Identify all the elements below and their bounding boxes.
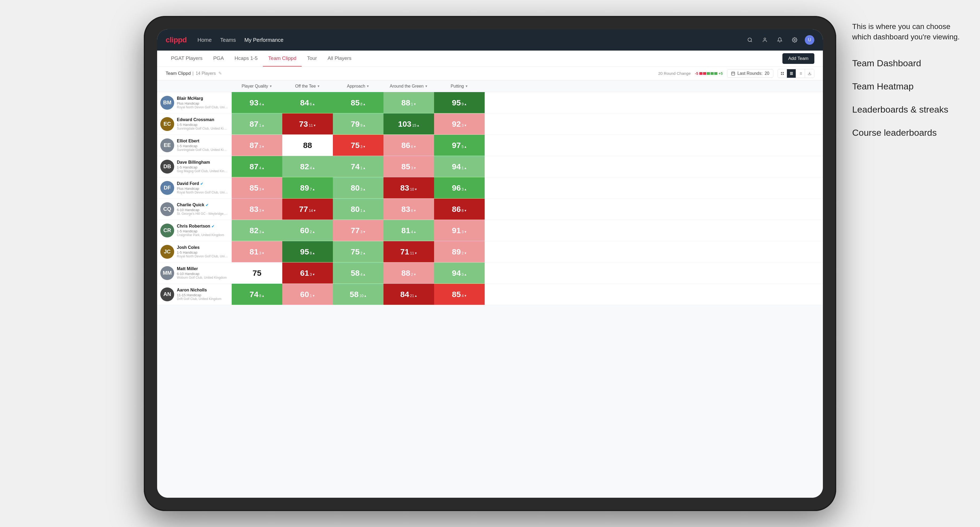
- score-cell-7-1: 95 8▲: [282, 241, 333, 262]
- player-club: Gog Magog Golf Club, United Kingdom: [177, 169, 229, 173]
- score-cell-3-4: 94 1▲: [434, 156, 485, 177]
- player-info[interactable]: JC Josh Coles 1-5 Handicap Royal North D…: [157, 241, 232, 262]
- player-info[interactable]: EE Elliot Ebert 1-5 Handicap Sunningdale…: [157, 135, 232, 156]
- settings-icon[interactable]: [790, 35, 799, 45]
- player-handicap: 11-15 Handicap: [177, 293, 229, 297]
- view-grid-btn[interactable]: [778, 69, 787, 78]
- svg-rect-4: [732, 72, 735, 75]
- player-club: Woburn Golf Club, United Kingdom: [177, 276, 229, 279]
- player-avatar: MM: [160, 266, 174, 280]
- sub-tabs-list: PGAT Players PGA Hcaps 1-5 Team Clippd T…: [165, 51, 783, 66]
- player-info[interactable]: DB Dave Billingham 1-5 Handicap Gog Mago…: [157, 156, 232, 177]
- player-handicap: 6-10 Handicap: [177, 208, 229, 212]
- score-cell-4-4: 96 3▲: [434, 177, 485, 198]
- player-avatar: CR: [160, 224, 174, 237]
- player-handicap: 1-5 Handicap: [177, 144, 229, 148]
- table-row: EC Edward Crossman 1-5 Handicap Sunningd…: [157, 113, 823, 135]
- nav-my-performance[interactable]: My Performance: [245, 36, 284, 44]
- player-avatar: AN: [160, 287, 174, 301]
- sub-tabs: PGAT Players PGA Hcaps 1-5 Team Clippd T…: [157, 51, 823, 67]
- search-icon[interactable]: [745, 35, 755, 45]
- player-club: Craigmillar Park, United Kingdom: [177, 233, 229, 237]
- score-cell-8-2: 58 4▲: [333, 262, 383, 284]
- tab-pgat-players[interactable]: PGAT Players: [165, 51, 208, 67]
- player-name: Blair McHarg: [177, 96, 229, 101]
- table-row: DB Dave Billingham 1-5 Handicap Gog Mago…: [157, 156, 823, 177]
- th-around-green: Around the Green ▼: [383, 84, 434, 89]
- dashboard-option-4: Course leaderboards: [852, 127, 964, 138]
- score-cell-2-2: 75 3▼: [333, 135, 383, 156]
- edit-icon[interactable]: ✎: [218, 71, 222, 76]
- player-info[interactable]: BM Blair McHarg Plus Handicap Royal Nort…: [157, 92, 232, 113]
- score-cell-0-2: 85 8▲: [333, 92, 383, 113]
- table-row: EE Elliot Ebert 1-5 Handicap Sunningdale…: [157, 135, 823, 156]
- score-cell-5-2: 80 1▲: [333, 198, 383, 220]
- player-details: David Ford ✔ Plus Handicap Royal North D…: [177, 181, 229, 194]
- table-row: AN Aaron Nicholls 11-15 Handicap Drift G…: [157, 284, 823, 305]
- player-club: Sunningdale Golf Club, United Kingdom: [177, 127, 229, 130]
- round-change-indicator: -5 +5: [695, 71, 723, 76]
- score-cell-5-4: 86 8▼: [434, 198, 485, 220]
- view-toggle: [778, 69, 815, 78]
- score-cell-5-1: 77 14▼: [282, 198, 333, 220]
- score-cell-1-4: 92 3▼: [434, 113, 485, 135]
- last-rounds-label: Last Rounds:: [737, 71, 762, 76]
- nav-teams[interactable]: Teams: [220, 36, 236, 44]
- score-cell-8-4: 94 3▲: [434, 262, 485, 284]
- table-row: JC Josh Coles 1-5 Handicap Royal North D…: [157, 241, 823, 262]
- nav-home[interactable]: Home: [197, 36, 212, 44]
- tab-team-clippd[interactable]: Team Clippd: [263, 51, 302, 67]
- player-info[interactable]: CQ Charlie Quick ✔ 6-10 Handicap St. Geo…: [157, 198, 232, 220]
- player-details: Dave Billingham 1-5 Handicap Gog Magog G…: [177, 160, 229, 173]
- user-icon[interactable]: [760, 35, 770, 45]
- score-cell-8-1: 61 3▼: [282, 262, 333, 284]
- last-rounds-button[interactable]: Last Rounds: 20: [727, 69, 773, 78]
- player-details: Chris Robertson ✔ 1-5 Handicap Craigmill…: [177, 224, 229, 237]
- player-name: Chris Robertson ✔: [177, 224, 229, 229]
- score-cell-1-3: 103 15▲: [383, 113, 434, 135]
- svg-point-1: [748, 38, 751, 41]
- view-download-btn[interactable]: [805, 69, 814, 78]
- score-cell-2-3: 86 6▼: [383, 135, 434, 156]
- avatar[interactable]: U: [805, 35, 815, 45]
- player-name: Elliot Ebert: [177, 139, 229, 143]
- dashboard-option-2: Team Heatmap: [852, 81, 964, 92]
- player-info[interactable]: CR Chris Robertson ✔ 1-5 Handicap Craigm…: [157, 220, 232, 241]
- score-cell-7-0: 81 3▼: [232, 241, 282, 262]
- score-cell-3-0: 87 4▲: [232, 156, 282, 177]
- tab-all-players[interactable]: All Players: [322, 51, 357, 67]
- player-handicap: Plus Handicap: [177, 102, 229, 105]
- score-cell-4-3: 83 10▼: [383, 177, 434, 198]
- player-details: Elliot Ebert 1-5 Handicap Sunningdale Go…: [177, 139, 229, 152]
- player-handicap: Plus Handicap: [177, 187, 229, 190]
- view-heatmap-btn[interactable]: [787, 69, 796, 78]
- player-details: Aaron Nicholls 11-15 Handicap Drift Golf…: [177, 288, 229, 301]
- score-cell-9-4: 85 4▼: [434, 284, 485, 305]
- tab-hcaps[interactable]: Hcaps 1-5: [229, 51, 263, 67]
- player-info[interactable]: DF David Ford ✔ Plus Handicap Royal Nort…: [157, 177, 232, 198]
- team-count: 14 Players: [196, 71, 216, 76]
- th-player-quality: Player Quality ▼: [232, 84, 282, 89]
- svg-rect-8: [781, 72, 782, 73]
- score-cell-0-4: 95 9▲: [434, 92, 485, 113]
- score-cell-5-3: 83 6▼: [383, 198, 434, 220]
- player-club: Royal North Devon Golf Club, United King…: [177, 254, 229, 258]
- add-team-button[interactable]: Add Team: [783, 53, 815, 64]
- annotation-area: This is where you can choose which dashb…: [852, 21, 964, 151]
- svg-rect-9: [783, 72, 784, 73]
- player-club: St. George's Hill GC - Weybridge, Surrey…: [177, 212, 229, 216]
- tab-tour[interactable]: Tour: [302, 51, 322, 67]
- view-list-btn[interactable]: [796, 69, 805, 78]
- player-info[interactable]: MM Matt Miller 6-10 Handicap Woburn Golf…: [157, 262, 232, 284]
- bell-icon[interactable]: [775, 35, 784, 45]
- player-avatar: BM: [160, 96, 174, 110]
- score-cell-7-4: 89 2▼: [434, 241, 485, 262]
- tab-pga[interactable]: PGA: [208, 51, 229, 67]
- player-handicap: 6-10 Handicap: [177, 272, 229, 276]
- player-handicap: 1-5 Handicap: [177, 165, 229, 169]
- player-info[interactable]: EC Edward Crossman 1-5 Handicap Sunningd…: [157, 113, 232, 135]
- score-cell-0-0: 93 4▲: [232, 92, 282, 113]
- player-info[interactable]: AN Aaron Nicholls 11-15 Handicap Drift G…: [157, 284, 232, 305]
- separator: |: [192, 71, 194, 76]
- svg-point-2: [764, 38, 766, 40]
